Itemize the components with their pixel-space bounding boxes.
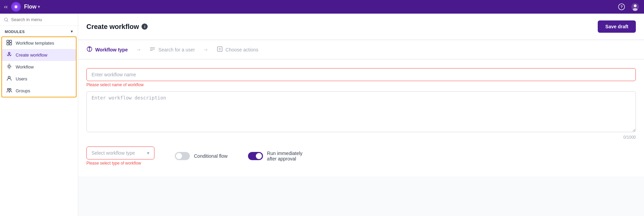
search-user-step-icon — [149, 46, 155, 53]
select-workflow-type-dropdown[interactable]: Select workflow type ▾ — [86, 146, 154, 159]
page-title: Create workflow i — [86, 23, 148, 31]
step-choose-actions: Choose actions — [217, 46, 259, 53]
sidebar-item-groups[interactable]: Groups — [2, 85, 76, 97]
page-title-area: Create workflow i — [86, 23, 148, 31]
select-workflow-type-placeholder: Select workflow type — [92, 150, 135, 156]
sidebar: MODULES ▾ Workflow templates — [0, 14, 78, 216]
run-immediately-group: Run immediately after approval — [248, 151, 302, 161]
step-workflow-type: Workflow type — [86, 46, 128, 53]
user-avatar-button[interactable] — [630, 2, 640, 12]
char-count: 0/1000 — [86, 135, 636, 140]
search-icon — [4, 17, 9, 22]
step-search-user: Search for a user — [149, 46, 195, 53]
svg-line-17 — [7, 55, 8, 56]
page-header: Create workflow i Save draft — [78, 14, 644, 40]
save-draft-button[interactable]: Save draft — [598, 20, 636, 33]
svg-point-24 — [7, 89, 9, 90]
workflow-name-input[interactable] — [86, 68, 636, 81]
step-arrow-2: → — [203, 47, 209, 53]
choose-actions-step-icon — [217, 46, 223, 53]
svg-rect-13 — [10, 43, 12, 45]
svg-rect-33 — [217, 47, 222, 51]
bottom-controls: Select workflow type ▾ Please select typ… — [86, 146, 636, 166]
users-icon — [6, 76, 12, 82]
svg-point-20 — [7, 64, 11, 68]
svg-rect-10 — [7, 40, 9, 42]
step-search-user-label: Search for a user — [158, 47, 195, 52]
workflow-name-error: Please select name of workflow — [86, 82, 636, 87]
svg-point-23 — [8, 76, 10, 78]
svg-line-9 — [7, 20, 8, 21]
app-name: Flow ▾ — [24, 4, 40, 10]
svg-point-2 — [15, 5, 17, 8]
main-content: Create workflow i Save draft Workflow — [78, 14, 644, 216]
header-right: ? — [617, 2, 640, 12]
svg-point-7 — [633, 8, 638, 11]
step-workflow-type-label: Workflow type — [95, 47, 128, 52]
steps-bar: Workflow type → Search for a user → — [78, 41, 644, 59]
header-left: ‹‹ Flow ▾ — [4, 2, 40, 12]
sidebar-item-create-workflow[interactable]: Create workflow — [2, 49, 76, 61]
select-workflow-type-error: Please select type of workflow — [86, 161, 154, 166]
workflow-templates-icon — [6, 40, 12, 46]
conditional-flow-label: Conditional flow — [194, 153, 228, 159]
app-logo — [11, 2, 21, 12]
form-area: Please select name of workflow 0/1000 Se… — [78, 60, 644, 176]
sidebar-item-users[interactable]: Users — [2, 73, 76, 85]
main-layout: MODULES ▾ Workflow templates — [0, 14, 644, 216]
run-immediately-toggle[interactable] — [248, 152, 263, 160]
svg-point-25 — [10, 89, 11, 90]
svg-text:?: ? — [621, 5, 623, 9]
help-button[interactable]: ? — [617, 2, 626, 12]
conditional-flow-group: Conditional flow — [175, 152, 228, 160]
create-workflow-icon — [6, 52, 12, 58]
svg-point-6 — [634, 4, 637, 7]
svg-line-15 — [8, 54, 9, 56]
select-workflow-type-wrapper: Select workflow type ▾ Please select typ… — [86, 146, 154, 166]
dropdown-chevron-icon: ▾ — [147, 150, 149, 156]
svg-rect-11 — [10, 40, 12, 42]
svg-point-19 — [8, 65, 10, 67]
groups-icon — [6, 88, 12, 94]
modules-header: MODULES ▾ — [0, 26, 78, 36]
conditional-flow-toggle[interactable] — [175, 152, 190, 160]
svg-rect-12 — [7, 43, 9, 45]
sidebar-nav: Workflow templates Create workflow — [1, 36, 77, 97]
modules-chevron-icon: ▾ — [71, 29, 73, 34]
search-input[interactable] — [11, 17, 74, 22]
chevron-down-icon: ▾ — [38, 4, 40, 9]
sidebar-item-workflow[interactable]: Workflow — [2, 61, 76, 73]
svg-line-16 — [9, 54, 10, 56]
sidebar-item-workflow-templates[interactable]: Workflow templates — [2, 37, 76, 49]
step-choose-actions-label: Choose actions — [226, 47, 259, 52]
step-arrow-1: → — [136, 47, 141, 53]
back-button[interactable]: ‹‹ — [4, 4, 8, 10]
svg-line-18 — [10, 55, 11, 56]
workflow-type-step-icon — [86, 46, 93, 53]
info-icon: i — [142, 24, 148, 30]
top-header: ‹‹ Flow ▾ ? — [0, 0, 644, 14]
workflow-description-textarea[interactable] — [86, 91, 636, 132]
search-bar[interactable] — [0, 14, 78, 26]
workflow-icon — [6, 64, 12, 70]
run-immediately-label: Run immediately after approval — [267, 151, 302, 161]
